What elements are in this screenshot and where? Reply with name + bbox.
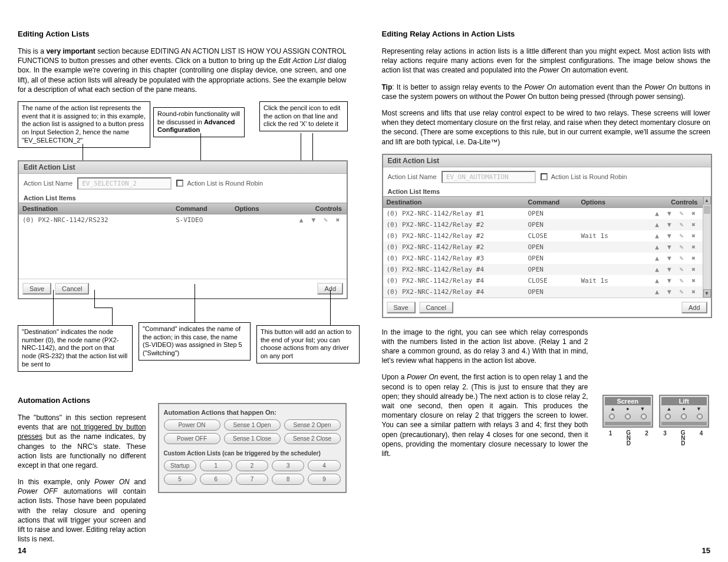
text: and [130, 478, 146, 486]
relay-screen-title: Screen [605, 397, 651, 405]
relay-screen-block: Screen ▲●▼ [602, 395, 653, 428]
custom-8-button[interactable]: 8 [272, 474, 304, 485]
custom-9-button[interactable]: 9 [308, 474, 340, 485]
sense2-open-button[interactable]: Sense 2 Open [284, 419, 341, 431]
down-icon[interactable]: ▼ [665, 266, 673, 273]
callout-name: The name of the action list represents t… [18, 101, 150, 148]
text: Power On [525, 83, 556, 91]
cell-command: OPEN [525, 219, 578, 230]
table-row: (0) PX2-NRC-1142/Relay #4OPEN▲ ▼ ✎ ✖ [383, 286, 703, 297]
delete-icon[interactable]: ✖ [690, 210, 698, 217]
up-icon[interactable]: ▲ [653, 288, 661, 296]
sense2-close-button[interactable]: Sense 2 Close [284, 433, 341, 444]
text: Upon a [382, 373, 407, 381]
relay-label-gnd: G N D [620, 430, 638, 446]
down-icon[interactable]: ▼ [665, 288, 673, 296]
checkbox-round-robin[interactable] [176, 180, 183, 187]
label-action-list-items: Action List Items [383, 187, 711, 196]
up-icon[interactable]: ▲ [653, 243, 661, 251]
custom-7-button[interactable]: 7 [236, 474, 268, 485]
cell-options [578, 253, 625, 264]
para-r5: Upon a Power On event, the first action … [382, 372, 588, 458]
pencil-icon[interactable]: ✎ [677, 288, 686, 296]
relay-label-4: 4 [692, 430, 710, 446]
cancel-button[interactable]: Cancel [419, 302, 453, 313]
add-button[interactable]: Add [681, 302, 707, 313]
custom-4-button[interactable]: 4 [308, 460, 340, 471]
label-round-robin: Action List is Round Robin [551, 173, 627, 180]
para-r1: Representing relay actions in action lis… [382, 47, 711, 75]
cell-controls: ▲ ▼ ✎ ✖ [625, 253, 703, 264]
callout-destination: "Destination" indicates the node number … [18, 325, 133, 372]
custom-6-button[interactable]: 6 [200, 474, 232, 485]
cancel-button[interactable]: Cancel [55, 283, 89, 295]
custom-3-button[interactable]: 3 [272, 460, 304, 471]
cell-command: S-VIDEO [172, 214, 231, 226]
pencil-icon[interactable]: ✎ [677, 254, 686, 262]
down-icon[interactable]: ▼ [665, 243, 673, 251]
up-icon[interactable]: ▲ [653, 210, 661, 217]
up-icon[interactable]: ▲ [653, 232, 661, 240]
terminal-icon [681, 414, 687, 419]
power-off-button[interactable]: Power OFF [164, 433, 220, 444]
input-action-list-name[interactable]: EV_ON_AUTOMATION [442, 171, 536, 183]
down-icon[interactable]: ▼ [665, 232, 673, 240]
cell-command: OPEN [525, 264, 578, 275]
sense1-close-button[interactable]: Sense 1 Close [224, 433, 281, 444]
up-icon[interactable]: ▲ [653, 277, 661, 285]
pencil-icon[interactable]: ✎ [677, 266, 686, 273]
power-on-button[interactable]: Power ON [164, 419, 220, 431]
save-button[interactable]: Save [22, 283, 51, 295]
checkbox-round-robin[interactable] [541, 173, 548, 180]
delete-icon[interactable]: ✖ [690, 221, 698, 229]
scroll-down-icon[interactable]: ▼ [703, 289, 711, 297]
pencil-icon[interactable]: ✎ [677, 210, 686, 217]
pencil-icon[interactable]: ✎ [677, 243, 686, 251]
heading-editing-action-lists: Editing Action Lists [18, 29, 347, 38]
auto-title: Automation Actions that happen On: [164, 409, 341, 416]
scrollbar[interactable]: ▲ ▼ [703, 196, 711, 297]
cell-destination: (0) PX2-NRC-1142/Relay #4 [383, 286, 525, 297]
cell-destination: (0) PX2-NRC-1142/Relay #4 [383, 264, 525, 275]
cell-command: OPEN [525, 286, 578, 297]
table-row: (0) PX2-NRC-1142/Relay #3OPEN▲ ▼ ✎ ✖ [383, 253, 703, 264]
hdr-options: Options [231, 203, 284, 214]
up-icon[interactable]: ▲ [653, 254, 661, 262]
para-intro: This is a very important section because… [18, 47, 347, 94]
down-icon[interactable]: ▼ [665, 221, 673, 229]
startup-button[interactable]: Startup [164, 460, 196, 471]
cell-destination: (0) PX2-NRC-1142/Relay #4 [383, 275, 525, 286]
down-icon[interactable]: ▼ [665, 277, 673, 285]
table-header: Destination Command Options Controls [383, 196, 703, 208]
scroll-up-icon[interactable]: ▲ [703, 196, 711, 204]
cell-options [578, 208, 625, 219]
text: automations will contain action lists. T… [18, 487, 146, 543]
up-icon[interactable]: ▲ [297, 216, 305, 224]
delete-icon[interactable]: ✖ [690, 232, 698, 240]
scroll-thumb[interactable] [704, 206, 710, 214]
pencil-icon[interactable]: ✎ [321, 216, 330, 224]
delete-icon[interactable]: ✖ [690, 288, 698, 296]
pencil-icon[interactable]: ✎ [677, 277, 686, 285]
delete-icon[interactable]: ✖ [334, 216, 342, 224]
down-icon[interactable]: ▼ [665, 210, 673, 217]
pencil-icon[interactable]: ✎ [677, 232, 686, 240]
custom-1-button[interactable]: 1 [200, 460, 232, 471]
sense1-open-button[interactable]: Sense 1 Open [224, 419, 281, 431]
delete-icon[interactable]: ✖ [690, 277, 698, 285]
delete-icon[interactable]: ✖ [690, 254, 698, 262]
down-icon[interactable]: ▼ [665, 254, 673, 262]
down-icon[interactable]: ▼ [309, 216, 318, 224]
save-button[interactable]: Save [387, 302, 416, 313]
up-icon[interactable]: ▲ [653, 266, 661, 273]
hdr-options: Options [578, 197, 625, 207]
custom-2-button[interactable]: 2 [236, 460, 268, 471]
custom-5-button[interactable]: 5 [164, 474, 196, 485]
up-icon[interactable]: ▲ [653, 221, 661, 229]
cell-destination: (0) PX2-NRC-1142/Relay #2 [383, 242, 525, 253]
delete-icon[interactable]: ✖ [690, 243, 698, 251]
para-r4: In the image to the right, you can see w… [382, 328, 588, 366]
pencil-icon[interactable]: ✎ [677, 221, 686, 229]
input-action-list-name[interactable]: EV_SELECTION_2 [77, 177, 172, 190]
delete-icon[interactable]: ✖ [690, 266, 698, 273]
